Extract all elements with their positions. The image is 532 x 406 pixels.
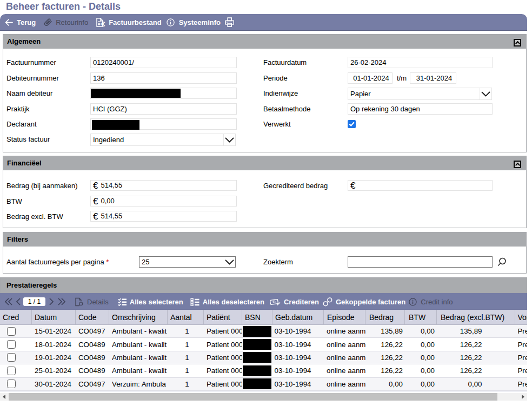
svg-text:€: € [101,20,105,27]
